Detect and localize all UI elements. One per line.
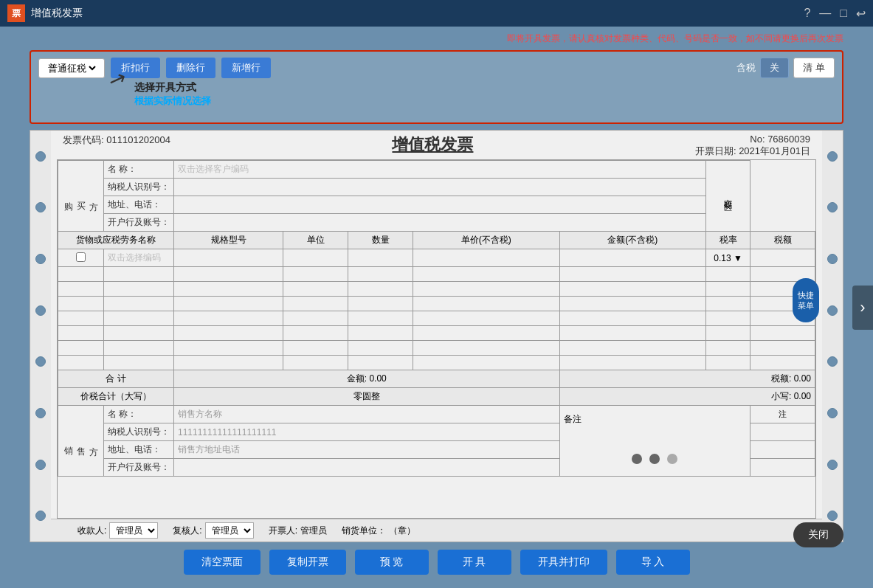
invoice-inner: 发票代码: 011101202004 增值税发票 No: 76860039 开票… <box>51 131 822 542</box>
seller-remark2-3 <box>750 441 815 459</box>
seller-remark2: 注 <box>750 406 815 423</box>
tax-total-row: 价税合计（大写） 零圆整 小写: 0.00 <box>58 388 815 406</box>
quick-menu-button[interactable]: 快捷 菜单 <box>793 278 819 322</box>
seller-bank-label: 开户行及账号： <box>104 459 174 477</box>
buyer-address-row: 地址、电话： <box>58 196 815 214</box>
item-unit-cell[interactable] <box>283 249 348 267</box>
items-header-row: 货物或应税劳务名称 规格型号 单位 数量 单价(不含税) 金额(不含税) 税率 … <box>58 232 815 249</box>
hole <box>827 408 838 418</box>
right-arrow[interactable]: › <box>852 286 873 330</box>
print-button[interactable]: 开具并打印 <box>520 550 607 575</box>
col-unit: 单位 <box>283 232 348 249</box>
reviewer-field: 复核人: 管理员 <box>173 522 253 539</box>
dot-1[interactable] <box>632 454 642 464</box>
item-rate-cell[interactable]: 0.13 ▼ <box>706 249 750 267</box>
buyer-address-value[interactable] <box>174 196 706 214</box>
item-tax-cell[interactable] <box>750 249 815 267</box>
seller-taxid-label: 纳税人识别号： <box>104 423 174 441</box>
mima-section: 密码区 <box>706 161 750 232</box>
import-button[interactable]: 导 入 <box>616 550 690 575</box>
receiver-select[interactable]: 管理员 <box>109 522 158 539</box>
item-name-cell[interactable]: 双击选择编码 <box>104 249 174 267</box>
receiver-label: 收款人: <box>77 525 106 537</box>
buyer-section: 购买方 名 称： 双击选择客户编码 密码区 <box>58 161 815 179</box>
hole <box>827 305 838 316</box>
seller-taxid-value[interactable]: 11111111111111111111 <box>174 423 560 441</box>
totals-tax: 税额: 0.00 <box>559 370 815 388</box>
item-spec-cell[interactable] <box>174 249 283 267</box>
buyer-taxid-row: 纳税人识别号： <box>58 179 815 196</box>
preview-button[interactable]: 预 览 <box>355 550 429 575</box>
remark-label: 备注 <box>564 413 582 426</box>
item-row-blank-6 <box>58 341 815 356</box>
invoice-no: No: 76860039 <box>695 134 810 145</box>
reviewer-select[interactable]: 管理员 <box>205 522 254 539</box>
receiver-field: 收款人: 管理员 <box>77 522 158 539</box>
col-name: 货物或应税劳务名称 <box>58 232 174 249</box>
issue-button[interactable]: 开 具 <box>438 550 511 575</box>
tax-label: 含税 <box>736 61 756 75</box>
delete-row-button[interactable]: 删除行 <box>166 58 215 78</box>
col-tax: 税额 <box>750 232 815 249</box>
clear-list-button[interactable]: 清 单 <box>793 58 835 78</box>
invoice-type-dropdown[interactable]: 普通征税 专用征税 <box>38 58 105 78</box>
item-row-blank-4 <box>58 311 815 326</box>
totals-amount: 金额: 0.00 <box>174 370 560 388</box>
dot-3[interactable] <box>667 454 677 464</box>
seller-bank-value[interactable] <box>174 459 560 477</box>
hole <box>827 460 838 470</box>
tax-total-big: 零圆整 <box>174 388 560 406</box>
item-row-blank-7 <box>58 356 815 370</box>
seller-address-value[interactable]: 销售方地址电话 <box>174 441 560 459</box>
invoice-body: 购买方 名 称： 双击选择客户编码 密码区 纳税人识别号： <box>57 159 816 519</box>
col-qty: 数量 <box>348 232 413 249</box>
invoice-title: 增值税发票 <box>392 134 473 158</box>
add-row-button[interactable]: 新增行 <box>221 58 271 78</box>
item-qty-cell[interactable] <box>348 249 413 267</box>
hole <box>35 511 46 521</box>
help-icon[interactable]: ? <box>804 7 810 21</box>
window-controls[interactable]: ? — □ ↩ <box>804 7 866 21</box>
main-area: 即将开具发票，请认真核对发票种类、代码、号码是否一致，如不同请更换后再次发票 普… <box>0 27 873 588</box>
minimize-icon[interactable]: — <box>819 7 831 21</box>
item-price-cell[interactable] <box>413 249 559 267</box>
item-row-blank-3 <box>58 297 815 311</box>
item-row-1: 双击选择编码 0.13 ▼ <box>58 249 815 267</box>
close-button[interactable]: 关闭 <box>793 522 843 547</box>
hole <box>827 151 838 162</box>
tax-toggle-button[interactable]: 关 <box>760 58 789 78</box>
seller-name-row: 销售方 名 称： 销售方名称 备注 <box>58 406 815 423</box>
invoice-footer: 收款人: 管理员 复核人: 管理员 开票人: 管理员 销货单位： <box>51 519 822 542</box>
invoice-no-date: No: 76860039 开票日期: 2021年01月01日 <box>695 134 810 158</box>
maximize-icon[interactable]: □ <box>840 7 847 21</box>
item-amount-cell[interactable] <box>559 249 705 267</box>
buyer-taxid-value[interactable] <box>174 179 706 196</box>
item-checkbox-cell[interactable] <box>58 249 104 267</box>
app-icon: 票 <box>7 4 25 22</box>
seller-name-label: 名 称： <box>104 406 174 423</box>
dot-2[interactable] <box>649 454 660 464</box>
reviewer-label: 复核人: <box>173 525 201 537</box>
buyer-name-value[interactable]: 双击选择客户编码 <box>174 161 706 179</box>
buyer-bank-value[interactable] <box>174 214 706 232</box>
unit-field: 销货单位： （章） <box>342 525 415 537</box>
buyer-address-label: 地址、电话： <box>104 196 174 214</box>
seller-name-value[interactable]: 销售方名称 <box>174 406 560 423</box>
buyer-label: 购买方 <box>58 161 104 232</box>
clear-invoice-button[interactable]: 清空票面 <box>184 550 260 575</box>
hole <box>827 202 838 212</box>
app-title: 增值税发票 <box>31 7 83 20</box>
back-icon[interactable]: ↩ <box>856 7 866 21</box>
invoice-meta: 发票代码: 011101202004 增值税发票 No: 76860039 开票… <box>51 131 822 159</box>
annotation-text1: 选择开具方式 <box>134 81 211 94</box>
invoice-type-select[interactable]: 普通征税 专用征税 <box>45 62 98 75</box>
issuer-label: 开票人: <box>269 525 297 537</box>
invoice-date: 开票日期: 2021年01月01日 <box>695 145 810 158</box>
copy-issue-button[interactable]: 复制开票 <box>269 550 346 575</box>
seller-address-label: 地址、电话： <box>104 441 174 459</box>
col-amount: 金额(不含税) <box>559 232 705 249</box>
hole <box>35 356 46 367</box>
item-checkbox[interactable] <box>76 252 86 262</box>
annotation-text2: 根据实际情况选择 <box>134 94 211 108</box>
unit-label: 销货单位： <box>342 525 386 537</box>
